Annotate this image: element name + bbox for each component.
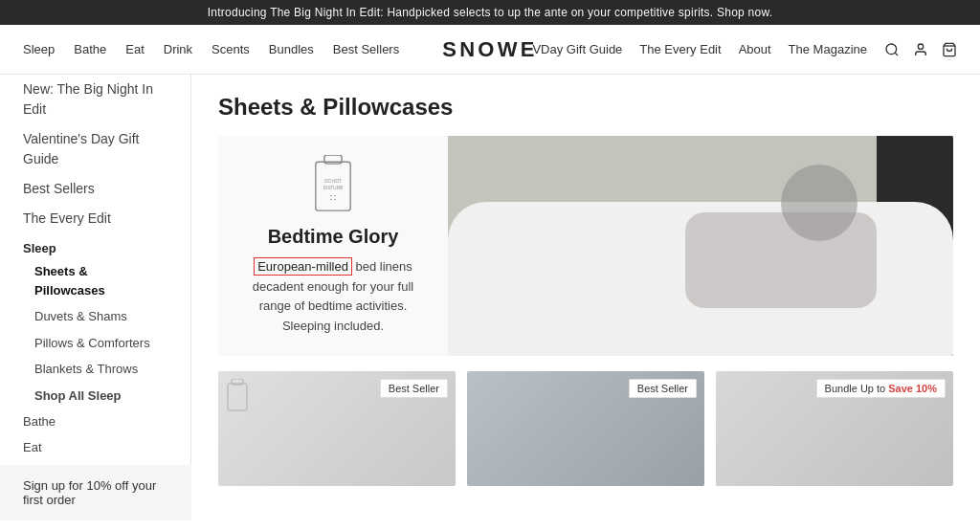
announcement-bar: Introducing The Big Night In Edit: Handp…	[0, 0, 980, 25]
nav-sleep[interactable]: Sleep	[23, 42, 55, 56]
sidebar-item-big-night[interactable]: New: The Big Night In Edit	[0, 75, 190, 124]
svg-text:DISTURB: DISTURB	[323, 186, 343, 190]
product-row: Best Seller Best Seller Bundle Up to Sav…	[218, 371, 953, 486]
hero-title: Bedtime Glory	[268, 226, 399, 248]
nav-scents[interactable]: Scents	[212, 42, 250, 56]
nav-icons	[884, 42, 957, 57]
bag-icon[interactable]	[942, 42, 957, 57]
badge-best-seller-1: Best Seller	[380, 379, 448, 398]
sidebar-duvets-shams[interactable]: Duvets & Shams	[0, 303, 190, 330]
svg-point-2	[918, 44, 923, 49]
sidebar-wrapper: New: The Big Night In Edit Valentine's D…	[0, 75, 191, 520]
badge-bundle-prefix: Bundle Up to	[825, 383, 889, 394]
product-card-3[interactable]: Bundle Up to Save 10%	[716, 371, 953, 486]
top-nav: Sleep Bathe Eat Drink Scents Bundles Bes…	[0, 25, 980, 75]
product-card-1[interactable]: Best Seller	[218, 371, 456, 486]
layout: New: The Big Night In Edit Valentine's D…	[0, 75, 980, 520]
nav-every-edit[interactable]: The Every Edit	[639, 42, 721, 56]
badge-save-percent: Save 10%	[888, 383, 937, 394]
sidebar: New: The Big Night In Edit Valentine's D…	[0, 75, 191, 520]
announcement-text: Introducing The Big Night In Edit: Handp…	[208, 6, 772, 19]
sidebar-bathe[interactable]: Bathe	[0, 409, 190, 434]
account-icon[interactable]	[913, 42, 928, 57]
nav-drink[interactable]: Drink	[164, 42, 192, 56]
sidebar-footer-text: Sign up for 10% off your first order	[23, 478, 156, 507]
svg-text:DO NOT: DO NOT	[324, 179, 342, 184]
sidebar-item-vday[interactable]: Valentine's Day Gift Guide	[0, 124, 190, 174]
sidebar-item-every-edit[interactable]: The Every Edit	[0, 204, 190, 233]
sidebar-item-best-sellers[interactable]: Best Sellers	[0, 174, 190, 204]
nav-bundles[interactable]: Bundles	[269, 42, 314, 56]
nav-about[interactable]: About	[739, 42, 771, 56]
hero-description: European-milled bed linens decadent enou…	[237, 257, 429, 337]
hero-banner: DO NOT DISTURB ⛶ Bedtime Glory European-…	[218, 136, 953, 356]
svg-point-0	[886, 44, 897, 55]
hero-highlight: European-milled	[254, 257, 352, 276]
product-icon-1	[226, 379, 249, 416]
sidebar-sheets-pillowcases[interactable]: Sheets & Pillowcases	[0, 258, 190, 303]
sidebar-pillows-comforters[interactable]: Pillows & Comforters	[0, 330, 190, 357]
badge-best-seller-2: Best Seller	[629, 379, 697, 398]
hero-right-panel	[448, 136, 953, 356]
product-card-2[interactable]: Best Seller	[467, 371, 704, 486]
person-body	[685, 212, 877, 308]
sidebar-sleep-label: Sleep	[0, 233, 190, 258]
nav-magazine[interactable]: The Magazine	[789, 42, 867, 56]
bed-scene	[448, 136, 953, 356]
nav-left: Sleep Bathe Eat Drink Scents Bundles Bes…	[23, 42, 399, 56]
svg-text:⛶: ⛶	[330, 194, 336, 201]
svg-rect-10	[228, 384, 247, 410]
do-not-disturb-icon: DO NOT DISTURB ⛶	[310, 155, 356, 214]
nav-eat[interactable]: Eat	[125, 42, 145, 56]
nav-vday[interactable]: VDay Gift Guide	[532, 42, 622, 56]
nav-bathe[interactable]: Bathe	[74, 42, 106, 56]
search-icon[interactable]	[884, 42, 900, 57]
sidebar-footer[interactable]: Sign up for 10% off your first order	[0, 465, 191, 520]
badge-bundle-save: Bundle Up to Save 10%	[816, 379, 946, 398]
page-title: Sheets & Pillowcases	[218, 94, 953, 121]
sidebar-blankets-throws[interactable]: Blankets & Throws	[0, 356, 190, 383]
site-logo[interactable]: SNOWE	[442, 37, 538, 62]
svg-line-1	[895, 53, 898, 55]
sidebar-eat[interactable]: Eat	[0, 434, 190, 460]
nav-best-sellers[interactable]: Best Sellers	[333, 42, 399, 56]
nav-right: VDay Gift Guide The Every Edit About The…	[532, 42, 957, 57]
hero-left-panel: DO NOT DISTURB ⛶ Bedtime Glory European-…	[218, 136, 448, 356]
main-content: Sheets & Pillowcases DO NOT DISTURB ⛶ Be…	[191, 75, 980, 520]
sidebar-shop-all-sleep[interactable]: Shop All Sleep	[0, 383, 190, 409]
